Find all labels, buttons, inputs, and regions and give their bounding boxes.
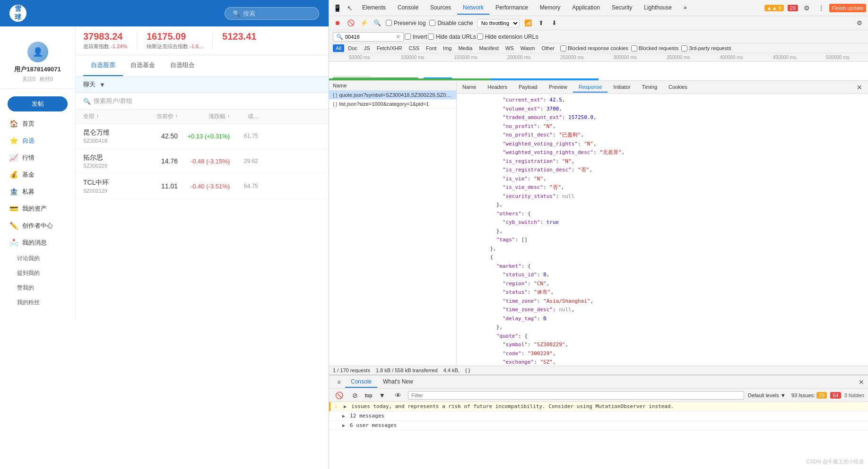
nav-sub-fans[interactable]: 我的粉丝	[0, 295, 75, 310]
tab-lighthouse[interactable]: Lighthouse	[638, 1, 677, 15]
wifi-icon[interactable]: 📶	[523, 18, 533, 28]
preserve-log-checkbox[interactable]	[386, 20, 392, 26]
col-price-header[interactable]: 当前价 ↑	[140, 112, 178, 120]
tab-sources[interactable]: Sources	[425, 1, 457, 15]
post-button[interactable]: 发帖	[8, 96, 68, 111]
search-input[interactable]	[243, 10, 311, 17]
name-col-header[interactable]: Name	[333, 83, 347, 88]
sidebar-item-assets[interactable]: 💳 我的资产	[0, 200, 75, 217]
filter-type-css[interactable]: CSS	[406, 44, 422, 52]
filter-type-all[interactable]: All	[333, 44, 344, 52]
tab-console[interactable]: Console	[392, 1, 424, 15]
filter-type-img[interactable]: Img	[440, 44, 454, 52]
xq-search-bar[interactable]: 🔍	[225, 7, 319, 20]
sidebar-item-market[interactable]: 📈 行情	[0, 149, 75, 166]
tab-network[interactable]: Network	[457, 1, 489, 15]
hide-data-urls-label: Hide data URLs	[436, 34, 476, 40]
filter-type-other[interactable]: Other	[538, 44, 557, 52]
nav-sub-like[interactable]: 赞我的	[0, 281, 75, 295]
console-clear-icon[interactable]: 🚫	[333, 389, 345, 401]
tab-more[interactable]: »	[678, 1, 693, 15]
hide-data-urls-checkbox[interactable]	[428, 34, 434, 40]
detail-tab-cookies[interactable]: Cookies	[663, 82, 693, 93]
request-item-1[interactable]: { } list.json?size=1000&category=1&pid=1	[329, 100, 456, 109]
stock-search[interactable]: 🔍 搜索用户/群组	[76, 93, 329, 110]
detail-tab-response[interactable]: Response	[573, 82, 608, 93]
console-tab-console[interactable]: Console	[345, 376, 377, 388]
detail-tab-headers[interactable]: Headers	[482, 82, 513, 93]
sidebar-item-home[interactable]: 🏠 首页	[0, 115, 75, 132]
detail-close-button[interactable]: ✕	[855, 83, 864, 92]
detail-tab-preview[interactable]: Preview	[543, 82, 573, 93]
request-item-0[interactable]: { } quote.json?symbol=SZ300418,SZ300229,…	[329, 91, 456, 100]
filter-type-manifest[interactable]: Manifest	[476, 44, 502, 52]
export-icon[interactable]: ⬇	[550, 18, 559, 28]
console-tab-whatsnew[interactable]: What's New	[377, 376, 419, 388]
console-context-arrow[interactable]: ▼	[376, 389, 388, 401]
stock-item-0[interactable]: 昆仑万维 SZ300418 42.50 +0.13 (+0.31%) 61.75	[76, 124, 329, 149]
tab-performance[interactable]: Performance	[490, 1, 534, 15]
filter-type-media[interactable]: Media	[455, 44, 475, 52]
filter-type-js[interactable]: JS	[361, 44, 373, 52]
finish-update-button[interactable]: Finish update	[829, 4, 866, 12]
record-button[interactable]: ⏺	[333, 18, 342, 28]
third-party-cb[interactable]	[681, 45, 687, 51]
filter-type-fetch[interactable]: Fetch/XHR	[374, 44, 405, 52]
disable-cache-checkbox[interactable]	[429, 20, 435, 26]
col-vol-header[interactable]: 成...	[230, 112, 258, 120]
tab-stocks[interactable]: 自选股票	[83, 55, 123, 76]
filter-search-box[interactable]: 🔍 ✕	[333, 32, 404, 42]
search-network-icon[interactable]: 🔍	[373, 18, 382, 28]
sidebar-item-fund[interactable]: 💰 基金	[0, 166, 75, 183]
col-name-header[interactable]: 全部 ↑	[83, 112, 140, 120]
nav-sub-mention[interactable]: 提到我的	[0, 266, 75, 281]
tab-funds[interactable]: 自选基金	[123, 55, 163, 76]
console-eye-icon[interactable]: 👁	[392, 389, 404, 401]
stock-item-2[interactable]: TCL中环 SZ002129 11.01 -0.40 (-3.51%) 64.7…	[76, 174, 329, 199]
sidebar-item-messages[interactable]: 📩 我的消息	[0, 234, 75, 251]
detail-tab-name[interactable]: Name	[457, 82, 482, 93]
tab-portfolio[interactable]: 自选组合	[163, 55, 202, 76]
more-icon[interactable]: ⋮	[815, 2, 827, 14]
blocked-cookies-cb[interactable]	[560, 45, 566, 51]
nav-sub-discuss[interactable]: 讨论我的	[0, 251, 75, 266]
tab-application[interactable]: Application	[566, 1, 606, 15]
import-icon[interactable]: ⬆	[537, 18, 546, 28]
console-clear2-icon[interactable]: ⊘	[349, 389, 361, 401]
tab-elements[interactable]: Elements	[356, 1, 391, 15]
detail-tab-payload[interactable]: Payload	[513, 82, 543, 93]
expand-arrow-0[interactable]: ▶	[344, 404, 347, 409]
stock-item-1[interactable]: 拓尔思 SZ300229 14.76 -0.48 (-3.15%) 29.62	[76, 149, 329, 174]
devtools-panel: 📱 ↖ Elements Console Sources Network Per…	[329, 0, 868, 469]
throttle-select[interactable]: No throttling	[477, 19, 520, 27]
expand-arrow-1[interactable]: ▶	[342, 413, 345, 418]
filter-type-wasm[interactable]: Wasm	[518, 44, 538, 52]
devtools-inspect-icon[interactable]: ↖	[344, 2, 356, 14]
filter-input[interactable]	[345, 34, 394, 40]
sidebar-item-private[interactable]: 🏦 私募	[0, 183, 75, 200]
console-close-button[interactable]: ✕	[859, 378, 864, 386]
settings-network-icon[interactable]: ⚙	[855, 18, 864, 28]
filter-clear-icon[interactable]: ✕	[396, 34, 400, 40]
filter-icon[interactable]: ⚡	[359, 18, 369, 28]
blocked-requests-cb[interactable]	[631, 45, 637, 51]
sidebar-item-watchlist[interactable]: ⭐ 自选	[0, 132, 75, 149]
filter-type-doc[interactable]: Doc	[345, 44, 360, 52]
console-sidebar-icon[interactable]: ≡	[333, 376, 345, 388]
invert-checkbox[interactable]	[405, 34, 411, 40]
settings-icon[interactable]: ⚙	[801, 2, 813, 14]
tab-memory[interactable]: Memory	[534, 1, 566, 15]
hide-ext-urls-checkbox[interactable]	[477, 34, 483, 40]
sidebar-item-creator[interactable]: ✏️ 创作者中心	[0, 217, 75, 234]
devtools-device-icon[interactable]: 📱	[331, 2, 343, 14]
chat-expand-icon[interactable]: ▼	[99, 81, 105, 88]
filter-type-font[interactable]: Font	[423, 44, 439, 52]
expand-arrow-2[interactable]: ▶	[342, 423, 345, 428]
col-change-header[interactable]: 涨跌幅 ↑	[178, 112, 230, 120]
console-filter-input[interactable]	[408, 391, 744, 400]
clear-button[interactable]: 🚫	[346, 18, 356, 28]
detail-tab-initiator[interactable]: Initiator	[608, 82, 636, 93]
tab-security[interactable]: Security	[606, 1, 638, 15]
detail-tab-timing[interactable]: Timing	[636, 82, 663, 93]
filter-type-ws[interactable]: WS	[503, 44, 517, 52]
